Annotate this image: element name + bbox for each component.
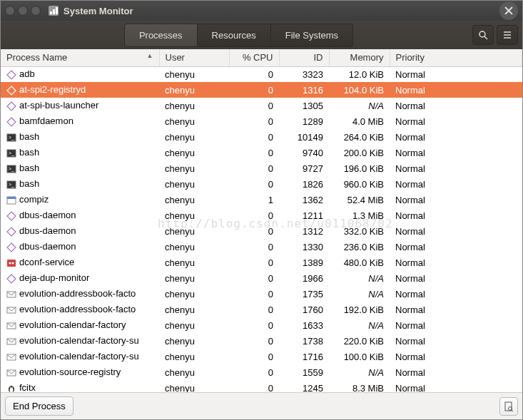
table-row[interactable]: adbchenyu0332312.0 KiBNormal bbox=[1, 66, 522, 82]
cell-user: chenyu bbox=[159, 349, 229, 364]
cell-id: 1312 bbox=[279, 223, 329, 239]
cell-memory: N/A bbox=[329, 98, 390, 113]
table-row[interactable]: evolution-source-registrychenyu01559N/AN… bbox=[1, 364, 522, 380]
table-row[interactable]: deja-dup-monitorchenyu01966N/ANormal bbox=[1, 270, 522, 286]
table-row[interactable]: >_bashchenyu09727196.0 KiBNormal bbox=[1, 160, 522, 176]
table-row[interactable]: at-spi2-registrydchenyu01316104.0 KiBNor… bbox=[1, 82, 522, 98]
end-process-button[interactable]: End Process bbox=[5, 396, 73, 416]
toolbar-right bbox=[472, 25, 518, 45]
tab-filesystems[interactable]: File Systems bbox=[271, 24, 353, 47]
process-icon bbox=[6, 242, 16, 252]
table-row[interactable]: evolution-calendar-factory-suchenyu01738… bbox=[1, 333, 522, 349]
cell-user: chenyu bbox=[159, 270, 229, 286]
cell-priority: Normal bbox=[390, 286, 522, 302]
cell-user: chenyu bbox=[159, 145, 229, 160]
search-icon bbox=[478, 30, 488, 40]
process-icon: >_ bbox=[6, 133, 16, 143]
table-row[interactable]: >_bashchenyu010149264.0 KiBNormal bbox=[1, 129, 522, 145]
table-row[interactable]: fcitxchenyu012458.3 MiBNormal bbox=[1, 380, 522, 392]
cell-name: fcitx bbox=[1, 380, 159, 392]
cell-priority: Normal bbox=[390, 98, 522, 113]
table-row[interactable]: dbus-daemonchenyu012111.3 MiBNormal bbox=[1, 208, 522, 223]
tab-processes[interactable]: Processes bbox=[124, 24, 198, 47]
col-header-cpu[interactable]: % CPU bbox=[229, 49, 279, 66]
minimize-window-button[interactable] bbox=[18, 6, 28, 16]
table-row[interactable]: evolution-addressbook-factochenyu0176019… bbox=[1, 302, 522, 317]
cell-name: evolution-addressbook-facto bbox=[1, 286, 159, 302]
window-controls bbox=[5, 6, 41, 16]
tab-resources[interactable]: Resources bbox=[198, 24, 271, 47]
cell-name: >_bash bbox=[1, 145, 159, 160]
table-row[interactable]: dconf-servicechenyu01389480.0 KiBNormal bbox=[1, 255, 522, 270]
close-window-button[interactable] bbox=[5, 6, 15, 16]
cell-priority: Normal bbox=[390, 270, 522, 286]
cell-user: chenyu bbox=[159, 223, 229, 239]
cell-cpu: 0 bbox=[229, 82, 279, 98]
col-header-memory[interactable]: Memory bbox=[329, 49, 390, 66]
svg-point-20 bbox=[9, 262, 11, 264]
svg-rect-2 bbox=[53, 9, 55, 14]
page-icon bbox=[504, 401, 514, 411]
process-icon bbox=[6, 117, 16, 127]
cell-user: chenyu bbox=[159, 255, 229, 270]
cell-id: 1389 bbox=[279, 255, 329, 270]
cell-name: adb bbox=[1, 66, 159, 82]
process-table: Process Name User % CPU ID Memory Priori… bbox=[1, 49, 522, 392]
table-row[interactable]: >_bashchenyu09740200.0 KiBNormal bbox=[1, 145, 522, 160]
col-header-priority[interactable]: Priority bbox=[390, 49, 522, 66]
process-icon bbox=[6, 101, 16, 111]
cell-memory: 200.0 KiB bbox=[329, 145, 390, 160]
cell-cpu: 0 bbox=[229, 333, 279, 349]
cell-name: dbus-daemon bbox=[1, 223, 159, 239]
svg-rect-19 bbox=[7, 260, 16, 267]
search-button[interactable] bbox=[472, 25, 494, 45]
svg-rect-18 bbox=[7, 197, 16, 199]
titlebar[interactable]: System Monitor bbox=[1, 1, 522, 21]
cell-memory: 264.0 KiB bbox=[329, 129, 390, 145]
properties-button[interactable] bbox=[499, 397, 518, 416]
maximize-window-button[interactable] bbox=[31, 6, 41, 16]
cell-memory: 192.0 KiB bbox=[329, 302, 390, 317]
cell-cpu: 0 bbox=[229, 176, 279, 192]
table-row[interactable]: dbus-daemonchenyu01312332.0 KiBNormal bbox=[1, 223, 522, 239]
cell-priority: Normal bbox=[390, 208, 522, 223]
process-icon: >_ bbox=[6, 180, 16, 190]
table-row[interactable]: evolution-calendar-factory-suchenyu01716… bbox=[1, 349, 522, 364]
table-row[interactable]: dbus-daemonchenyu01330236.0 KiBNormal bbox=[1, 239, 522, 255]
table-row[interactable]: evolution-addressbook-factochenyu01735N/… bbox=[1, 286, 522, 302]
cell-cpu: 0 bbox=[229, 129, 279, 145]
table-row[interactable]: compizchenyu1136252.4 MiBNormal bbox=[1, 192, 522, 208]
app-window: System Monitor Processes Resources File … bbox=[0, 0, 523, 420]
table-row[interactable]: at-spi-bus-launcherchenyu01305N/ANormal bbox=[1, 98, 522, 113]
table-row[interactable]: bamfdaemonchenyu012894.0 MiBNormal bbox=[1, 113, 522, 129]
window-title: System Monitor bbox=[64, 6, 133, 16]
col-header-user[interactable]: User bbox=[159, 49, 229, 66]
cell-cpu: 0 bbox=[229, 145, 279, 160]
process-icon bbox=[6, 195, 16, 205]
app-icon bbox=[48, 5, 59, 16]
table-row[interactable]: >_bashchenyu01826960.0 KiBNormal bbox=[1, 176, 522, 192]
svg-point-21 bbox=[12, 262, 14, 264]
process-icon bbox=[6, 211, 16, 221]
cell-user: chenyu bbox=[159, 98, 229, 113]
cell-cpu: 0 bbox=[229, 255, 279, 270]
col-header-id[interactable]: ID bbox=[279, 49, 329, 66]
cell-user: chenyu bbox=[159, 176, 229, 192]
cell-priority: Normal bbox=[390, 333, 522, 349]
cell-memory: 52.4 MiB bbox=[329, 192, 390, 208]
cell-user: chenyu bbox=[159, 208, 229, 223]
process-table-container[interactable]: http://blog.csdn.net/u011068702 Process … bbox=[1, 49, 522, 392]
svg-text:>_: >_ bbox=[9, 166, 14, 172]
cell-name: >_bash bbox=[1, 160, 159, 176]
cell-memory: N/A bbox=[329, 286, 390, 302]
menu-button[interactable] bbox=[497, 25, 518, 45]
process-icon: >_ bbox=[6, 148, 16, 158]
toolbar: Processes Resources File Systems bbox=[1, 21, 522, 49]
table-row[interactable]: evolution-calendar-factorychenyu01633N/A… bbox=[1, 317, 522, 333]
col-header-name[interactable]: Process Name bbox=[1, 49, 159, 66]
svg-text:>_: >_ bbox=[9, 182, 14, 188]
cell-user: chenyu bbox=[159, 302, 229, 317]
close-icon[interactable] bbox=[499, 1, 518, 20]
process-icon bbox=[6, 368, 16, 378]
cell-name: evolution-source-registry bbox=[1, 364, 159, 380]
